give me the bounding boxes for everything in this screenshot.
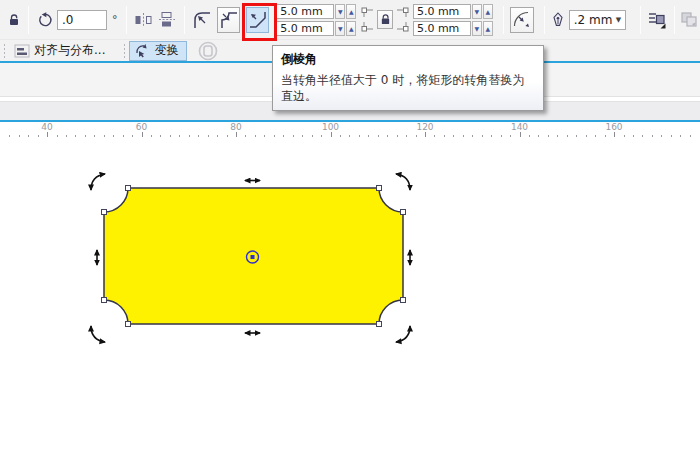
lock-ratio-icon[interactable] bbox=[8, 13, 20, 27]
rotation-angle-icon bbox=[37, 12, 53, 28]
ruler-minor-tick bbox=[340, 135, 341, 137]
tooltip-text-line1: 当转角半径值大于 0 时，将矩形的转角替换为 bbox=[281, 72, 535, 88]
ruler-minor-tick bbox=[444, 135, 445, 137]
ruler-major-tick bbox=[331, 132, 332, 137]
ruler-major-tick bbox=[47, 132, 48, 137]
ruler-label: 160 bbox=[605, 122, 622, 132]
convert-to-curves-icon-disabled bbox=[680, 11, 700, 29]
align-distribute-button[interactable]: 对齐与分布... bbox=[10, 41, 113, 61]
ruler-label: 60 bbox=[136, 122, 147, 132]
mirror-horizontal-icon[interactable] bbox=[134, 12, 153, 28]
separator bbox=[126, 6, 127, 34]
spin-down-icon[interactable]: ▼ bbox=[472, 4, 482, 19]
spin-up-icon[interactable]: ▲ bbox=[483, 4, 493, 19]
toolbar-grip[interactable] bbox=[3, 43, 6, 58]
toolbar-grip[interactable] bbox=[123, 43, 126, 58]
ruler-minor-tick bbox=[576, 135, 577, 137]
ruler-minor-tick bbox=[387, 135, 388, 137]
ruler-minor-tick bbox=[113, 135, 114, 137]
ruler-minor-tick bbox=[19, 135, 20, 137]
spin-down-icon[interactable]: ▼ bbox=[472, 21, 482, 36]
ruler-minor-tick bbox=[170, 135, 171, 137]
outline-width-value: .2 mm bbox=[574, 13, 613, 27]
ruler-minor-tick bbox=[245, 135, 246, 137]
separator bbox=[544, 6, 545, 34]
ruler-minor-tick bbox=[690, 135, 691, 137]
ruler-minor-tick bbox=[123, 135, 124, 137]
bottom-right-radius-input[interactable] bbox=[413, 21, 471, 36]
ruler-minor-tick bbox=[586, 135, 587, 137]
rotation-angle-input[interactable] bbox=[57, 10, 107, 30]
ruler-minor-tick bbox=[633, 135, 634, 137]
ruler-minor-tick bbox=[227, 135, 228, 137]
scalloped-corner-button[interactable] bbox=[217, 7, 240, 33]
ruler-minor-tick bbox=[397, 135, 398, 137]
spin-up-icon[interactable]: ▲ bbox=[346, 21, 356, 36]
ruler-minor-tick bbox=[557, 135, 558, 137]
ruler-minor-tick bbox=[538, 135, 539, 137]
ruler-minor-tick bbox=[9, 135, 10, 137]
transform-label: 变换 bbox=[154, 42, 178, 59]
ruler-minor-tick bbox=[66, 135, 67, 137]
ruler-major-tick bbox=[614, 132, 615, 137]
ruler-minor-tick bbox=[416, 135, 417, 137]
ruler-minor-tick bbox=[302, 135, 303, 137]
ruler-minor-tick bbox=[359, 135, 360, 137]
top-right-radius-input[interactable] bbox=[413, 4, 471, 19]
ruler-minor-tick bbox=[264, 135, 265, 137]
ruler-minor-tick bbox=[680, 135, 681, 137]
spin-down-icon[interactable]: ▼ bbox=[335, 21, 345, 36]
right-corner-indicators bbox=[396, 7, 409, 32]
tooltip: 倒棱角 当转角半径值大于 0 时，将矩形的转角替换为 直边。 bbox=[272, 45, 544, 111]
ruler-minor-tick bbox=[255, 135, 256, 137]
mirror-vertical-icon[interactable] bbox=[158, 11, 176, 28]
align-distribute-label: 对齐与分布... bbox=[34, 42, 105, 59]
separator bbox=[640, 6, 641, 34]
ruler-minor-tick bbox=[453, 135, 454, 137]
wrap-text-icon[interactable] bbox=[647, 10, 666, 29]
right-corner-radius-group: ▼ ▲ ▼ ▲ bbox=[413, 4, 493, 36]
align-distribute-icon bbox=[14, 44, 30, 58]
ruler-minor-tick bbox=[482, 135, 483, 137]
shape-tool-icon-disabled bbox=[197, 41, 219, 61]
left-corner-indicators bbox=[361, 7, 374, 32]
ruler-minor-tick bbox=[94, 135, 95, 137]
ruler-minor-tick bbox=[293, 135, 294, 137]
ruler-minor-tick bbox=[208, 135, 209, 137]
ruler-minor-tick bbox=[321, 135, 322, 137]
ruler-minor-tick bbox=[75, 135, 76, 137]
round-corner-button[interactable] bbox=[191, 7, 214, 33]
ruler-minor-tick bbox=[378, 135, 379, 137]
bottom-left-radius-input[interactable] bbox=[276, 21, 334, 36]
edit-corners-together-lock-button[interactable] bbox=[377, 10, 393, 29]
spin-up-icon[interactable]: ▲ bbox=[483, 21, 493, 36]
top-left-radius-input[interactable] bbox=[276, 4, 334, 19]
outline-pen-icon bbox=[551, 12, 565, 28]
ruler-minor-tick bbox=[595, 135, 596, 137]
separator bbox=[28, 6, 29, 34]
ruler-minor-tick bbox=[652, 135, 653, 137]
separator bbox=[674, 6, 675, 34]
ruler-minor-tick bbox=[179, 135, 180, 137]
combo-dropdown-icon[interactable]: ▼ bbox=[616, 16, 621, 24]
ruler-minor-tick bbox=[198, 135, 199, 137]
outline-width-combobox[interactable]: .2 mm ▼ bbox=[569, 10, 626, 30]
ruler-minor-tick bbox=[501, 135, 502, 137]
ruler-major-tick bbox=[520, 132, 521, 137]
relative-corner-scaling-button[interactable] bbox=[510, 7, 534, 33]
annotation-red-box bbox=[242, 3, 277, 41]
ruler-minor-tick bbox=[349, 135, 350, 137]
ruler-minor-tick bbox=[661, 135, 662, 137]
ruler-major-tick bbox=[236, 132, 237, 137]
spin-down-icon[interactable]: ▼ bbox=[335, 4, 345, 19]
ruler-minor-tick bbox=[406, 135, 407, 137]
ruler-minor-tick bbox=[491, 135, 492, 137]
tooltip-text-line2: 直边。 bbox=[281, 88, 535, 104]
transform-button[interactable]: 变换 bbox=[129, 41, 187, 61]
ruler-minor-tick bbox=[529, 135, 530, 137]
ruler-minor-tick bbox=[151, 135, 152, 137]
ruler-minor-tick bbox=[85, 135, 86, 137]
ruler-minor-tick bbox=[57, 135, 58, 137]
spin-up-icon[interactable]: ▲ bbox=[346, 4, 356, 19]
drawing-canvas[interactable]: 406080100120140160 bbox=[0, 122, 700, 450]
